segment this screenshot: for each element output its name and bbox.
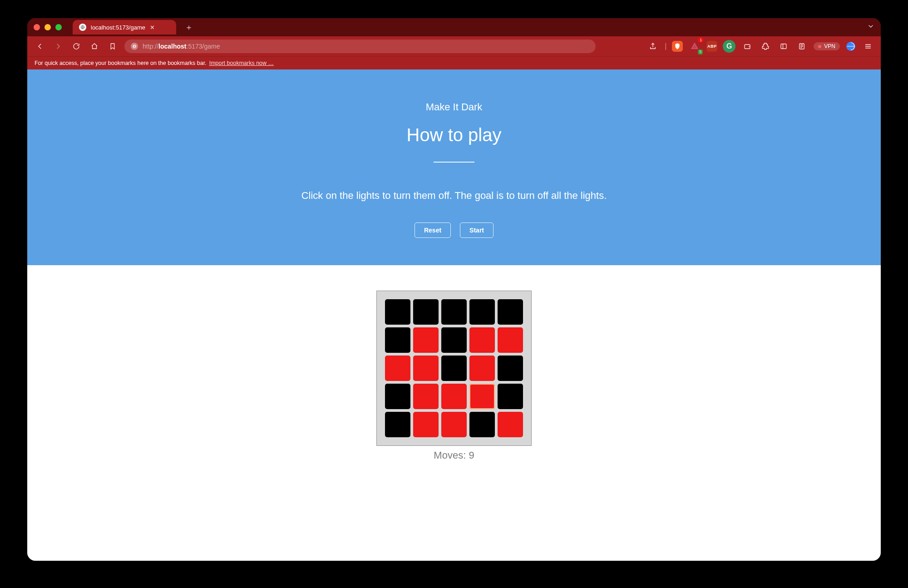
- browser-tab[interactable]: localhost:5173/game ✕: [73, 20, 176, 35]
- profile-button[interactable]: [845, 41, 856, 52]
- browser-toolbar: http://localhost:5173/game | 5 ABP G VPN: [27, 36, 881, 56]
- reset-button[interactable]: Reset: [415, 222, 451, 238]
- cell-3-3[interactable]: [469, 384, 495, 409]
- new-tab-button[interactable]: ＋: [183, 21, 195, 34]
- browser-window: localhost:5173/game ✕ ＋ http://localhost…: [27, 18, 881, 561]
- close-tab-button[interactable]: ✕: [150, 24, 155, 31]
- cell-1-4[interactable]: [498, 327, 523, 353]
- extension-grammarly-icon[interactable]: G: [723, 40, 735, 53]
- cell-0-2[interactable]: [441, 299, 467, 325]
- game-board: [376, 291, 532, 446]
- toolbar-separator: |: [665, 42, 666, 50]
- cell-1-3[interactable]: [469, 327, 495, 353]
- maximize-window-button[interactable]: [55, 24, 62, 30]
- cell-2-3[interactable]: [469, 356, 495, 381]
- bookmark-button[interactable]: [106, 40, 119, 53]
- moves-counter: Moves: 9: [434, 450, 474, 461]
- start-button[interactable]: Start: [460, 222, 493, 238]
- cell-1-2[interactable]: [441, 327, 467, 353]
- cell-2-2[interactable]: [441, 356, 467, 381]
- tabs-overflow-button[interactable]: [867, 23, 874, 32]
- vpn-status-dot: [818, 45, 821, 48]
- import-bookmarks-link[interactable]: Import bookmarks now …: [209, 60, 274, 66]
- site-info-icon[interactable]: [131, 43, 138, 50]
- cell-1-0[interactable]: [385, 327, 410, 353]
- cell-3-2[interactable]: [441, 384, 467, 409]
- home-button[interactable]: [88, 40, 101, 53]
- cell-4-3[interactable]: [469, 412, 495, 437]
- window-controls: [34, 24, 62, 30]
- hero-instructions: Click on the lights to turn them off. Th…: [36, 190, 872, 202]
- bookmarks-hint: For quick access, place your bookmarks h…: [35, 60, 207, 66]
- brave-shields-icon[interactable]: [672, 41, 683, 52]
- share-button[interactable]: [646, 40, 659, 53]
- brave-rewards-icon[interactable]: 5: [688, 40, 701, 53]
- extensions-button[interactable]: [759, 40, 772, 53]
- hero-heading: How to play: [36, 125, 872, 145]
- cell-4-2[interactable]: [441, 412, 467, 437]
- back-button[interactable]: [34, 40, 46, 53]
- extension-abp-icon[interactable]: ABP: [706, 41, 717, 52]
- cell-4-0[interactable]: [385, 412, 410, 437]
- cell-3-0[interactable]: [385, 384, 410, 409]
- svg-rect-2: [134, 46, 135, 47]
- cell-4-1[interactable]: [413, 412, 439, 437]
- reader-button[interactable]: [795, 40, 808, 53]
- close-window-button[interactable]: [34, 24, 40, 30]
- hero: Make It Dark How to play Click on the li…: [27, 69, 881, 265]
- cell-1-1[interactable]: [413, 327, 439, 353]
- hero-buttons: Reset Start: [36, 222, 872, 238]
- tab-title: localhost:5173/game: [91, 24, 145, 31]
- menu-button[interactable]: [862, 40, 874, 53]
- game-title: Make It Dark: [36, 101, 872, 113]
- brave-wallet-icon[interactable]: [741, 40, 754, 53]
- bookmarks-bar: For quick access, place your bookmarks h…: [27, 56, 881, 69]
- svg-rect-5: [781, 44, 786, 49]
- page-content: Make It Dark How to play Click on the li…: [27, 69, 881, 561]
- minimize-window-button[interactable]: [44, 24, 51, 30]
- cell-0-1[interactable]: [413, 299, 439, 325]
- forward-button[interactable]: [52, 40, 64, 53]
- rewards-subbadge: 5: [698, 49, 703, 54]
- toolbar-right-cluster: | 5 ABP G VPN: [646, 40, 874, 53]
- cell-3-4[interactable]: [498, 384, 523, 409]
- sidepanel-button[interactable]: [777, 40, 790, 53]
- board-section: Moves: 9: [27, 265, 881, 479]
- vpn-label: VPN: [824, 43, 835, 49]
- svg-rect-3: [134, 45, 135, 46]
- url-text: http://localhost:5173/game: [143, 43, 220, 50]
- cell-2-0[interactable]: [385, 356, 410, 381]
- cell-2-1[interactable]: [413, 356, 439, 381]
- cell-0-0[interactable]: [385, 299, 410, 325]
- titlebar: localhost:5173/game ✕ ＋: [27, 18, 881, 36]
- cell-3-1[interactable]: [413, 384, 439, 409]
- reload-button[interactable]: [70, 40, 83, 53]
- tab-favicon: [79, 24, 86, 31]
- cell-0-3[interactable]: [469, 299, 495, 325]
- address-bar[interactable]: http://localhost:5173/game: [124, 40, 596, 53]
- hero-divider: [434, 162, 474, 163]
- vpn-pill[interactable]: VPN: [814, 42, 840, 50]
- cell-0-4[interactable]: [498, 299, 523, 325]
- cell-2-4[interactable]: [498, 356, 523, 381]
- cell-4-4[interactable]: [498, 412, 523, 437]
